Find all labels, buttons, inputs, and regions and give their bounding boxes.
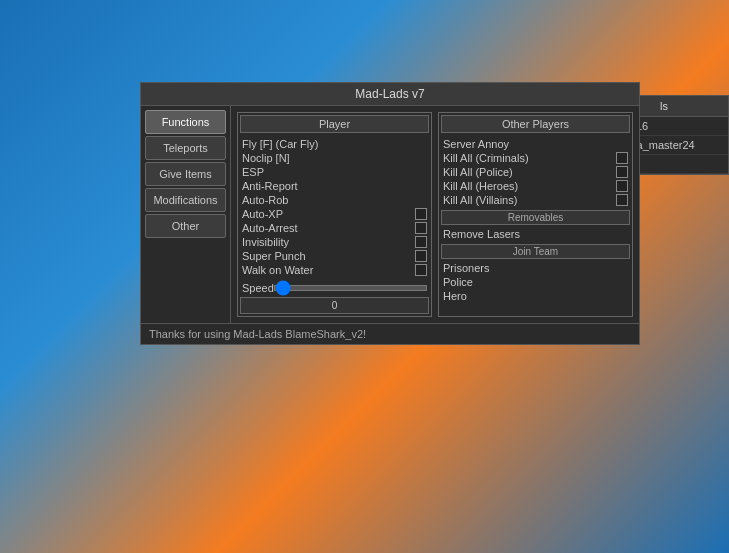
other-players-panel: Other Players Server Annoy Kill All (Cri…: [438, 112, 633, 317]
super-punch-item[interactable]: Super Punch: [240, 249, 429, 263]
hero-label: Hero: [443, 290, 467, 302]
auto-xp-checkbox[interactable]: [415, 208, 427, 220]
noclip-item[interactable]: Noclip [N]: [240, 151, 429, 165]
sidebar: Functions Teleports Give Items Modificat…: [141, 106, 231, 323]
walk-on-water-item[interactable]: Walk on Water: [240, 263, 429, 277]
title-bar: Mad-Lads v7: [141, 83, 639, 106]
noclip-label: Noclip [N]: [242, 152, 290, 164]
speed-item: Speed: [240, 281, 429, 295]
remove-lasers-item[interactable]: Remove Lasers: [441, 227, 630, 241]
kill-police-label: Kill All (Police): [443, 166, 513, 178]
auto-arrest-item[interactable]: Auto-Arrest: [240, 221, 429, 235]
esp-item[interactable]: ESP: [240, 165, 429, 179]
kill-criminals-label: Kill All (Criminals): [443, 152, 529, 164]
kill-criminals-checkbox[interactable]: [616, 152, 628, 164]
footer-text: Thanks for using Mad-Lads BlameShark_v2!: [149, 328, 366, 340]
walk-on-water-label: Walk on Water: [242, 264, 313, 276]
auto-arrest-checkbox[interactable]: [415, 222, 427, 234]
prisoners-label: Prisoners: [443, 262, 489, 274]
invisibility-checkbox[interactable]: [415, 236, 427, 248]
kill-heroes-item[interactable]: Kill All (Heroes): [441, 179, 630, 193]
kill-villains-item[interactable]: Kill All (Villains): [441, 193, 630, 207]
kill-police-item[interactable]: Kill All (Police): [441, 165, 630, 179]
server-annoy-item[interactable]: Server Annoy: [441, 137, 630, 151]
police-item[interactable]: Police: [441, 275, 630, 289]
join-team-section: Join Team: [441, 244, 630, 259]
content-area: Player Fly [F] (Car Fly) Noclip [N] ESP …: [231, 106, 639, 323]
prisoners-item[interactable]: Prisoners: [441, 261, 630, 275]
removables-section: Removables: [441, 210, 630, 225]
main-window: Mad-Lads v7 Functions Teleports Give Ite…: [140, 82, 640, 345]
kill-heroes-checkbox[interactable]: [616, 180, 628, 192]
super-punch-checkbox[interactable]: [415, 250, 427, 262]
invisibility-item[interactable]: Invisibility: [240, 235, 429, 249]
kill-villains-label: Kill All (Villains): [443, 194, 517, 206]
window-body: Functions Teleports Give Items Modificat…: [141, 106, 639, 323]
anti-report-label: Anti-Report: [242, 180, 298, 192]
kill-criminals-item[interactable]: Kill All (Criminals): [441, 151, 630, 165]
auto-rob-item[interactable]: Auto-Rob: [240, 193, 429, 207]
auto-xp-item[interactable]: Auto-XP: [240, 207, 429, 221]
police-label: Police: [443, 276, 473, 288]
speed-label: Speed: [242, 282, 274, 294]
kill-heroes-label: Kill All (Heroes): [443, 180, 518, 192]
auto-arrest-label: Auto-Arrest: [242, 222, 298, 234]
hero-item[interactable]: Hero: [441, 289, 630, 303]
esp-label: ESP: [242, 166, 264, 178]
player-panel-header: Player: [240, 115, 429, 133]
speed-area: Speed 0: [240, 281, 429, 314]
speed-slider[interactable]: [274, 285, 427, 291]
kill-police-checkbox[interactable]: [616, 166, 628, 178]
server-annoy-label: Server Annoy: [443, 138, 509, 150]
walk-on-water-checkbox[interactable]: [415, 264, 427, 276]
footer: Thanks for using Mad-Lads BlameShark_v2!: [141, 323, 639, 344]
fly-label: Fly [F] (Car Fly): [242, 138, 318, 150]
remove-lasers-label: Remove Lasers: [443, 228, 520, 240]
sidebar-item-modifications[interactable]: Modifications: [145, 188, 226, 212]
sidebar-item-teleports[interactable]: Teleports: [145, 136, 226, 160]
fly-item[interactable]: Fly [F] (Car Fly): [240, 137, 429, 151]
auto-rob-label: Auto-Rob: [242, 194, 288, 206]
player-panel: Player Fly [F] (Car Fly) Noclip [N] ESP …: [237, 112, 432, 317]
speed-value: 0: [240, 297, 429, 314]
auto-xp-label: Auto-XP: [242, 208, 283, 220]
other-players-header: Other Players: [441, 115, 630, 133]
super-punch-label: Super Punch: [242, 250, 306, 262]
kill-villains-checkbox[interactable]: [616, 194, 628, 206]
invisibility-label: Invisibility: [242, 236, 289, 248]
sidebar-item-give-items[interactable]: Give Items: [145, 162, 226, 186]
sidebar-item-other[interactable]: Other: [145, 214, 226, 238]
anti-report-item[interactable]: Anti-Report: [240, 179, 429, 193]
sidebar-item-functions[interactable]: Functions: [145, 110, 226, 134]
